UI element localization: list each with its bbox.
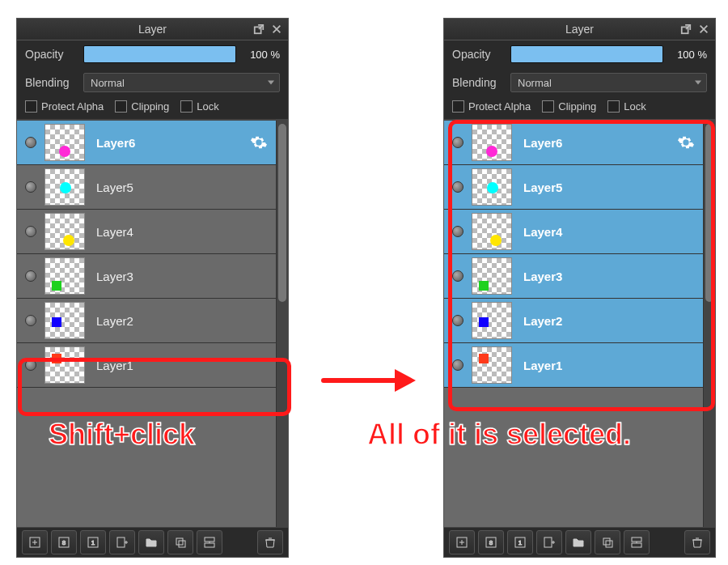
layer-item[interactable]: Layer1 xyxy=(17,343,276,388)
visibility-toggle[interactable] xyxy=(25,315,36,326)
opacity-slider[interactable] xyxy=(83,45,236,63)
svg-rect-6 xyxy=(117,537,125,547)
clipping-checkbox[interactable]: Clipping xyxy=(542,100,596,113)
layer-name: Layer6 xyxy=(96,136,135,150)
scrollbar[interactable] xyxy=(276,121,288,527)
svg-rect-21 xyxy=(632,543,641,547)
protect-alpha-checkbox[interactable]: Protect Alpha xyxy=(452,100,531,113)
delete-button[interactable] xyxy=(257,530,283,554)
lock-label: Lock xyxy=(197,100,218,113)
layer-item[interactable]: Layer4 xyxy=(17,210,276,254)
panel-titlebar: Layer xyxy=(17,19,288,40)
visibility-toggle[interactable] xyxy=(25,226,36,237)
visibility-toggle[interactable] xyxy=(25,181,36,193)
visibility-toggle[interactable] xyxy=(25,270,36,282)
popout-icon[interactable] xyxy=(679,23,692,36)
lock-checkbox[interactable]: Lock xyxy=(607,100,645,113)
protect-alpha-checkbox[interactable]: Protect Alpha xyxy=(25,100,104,113)
visibility-toggle[interactable] xyxy=(452,359,463,371)
blending-select[interactable]: Normal xyxy=(510,73,707,92)
gear-icon[interactable] xyxy=(250,134,268,151)
duplicate-button[interactable] xyxy=(167,530,193,554)
new-layer-1bit-button[interactable]: 1 xyxy=(80,530,106,554)
layer-name: Layer2 xyxy=(523,314,562,328)
layer-name: Layer5 xyxy=(96,181,133,194)
layer-thumbnail xyxy=(44,213,85,250)
new-layer-button[interactable] xyxy=(22,530,48,554)
merge-button[interactable] xyxy=(197,530,222,554)
add-special-button[interactable] xyxy=(536,530,562,554)
layer-item[interactable]: Layer6 xyxy=(444,121,703,165)
clipping-label: Clipping xyxy=(558,100,596,113)
layer-name: Layer3 xyxy=(96,270,133,283)
close-icon[interactable] xyxy=(270,23,283,36)
layer-name: Layer4 xyxy=(523,225,562,239)
layer-item[interactable]: Layer4 xyxy=(444,210,703,254)
panel-title: Layer xyxy=(138,23,167,36)
visibility-toggle[interactable] xyxy=(452,226,463,237)
lock-checkbox[interactable]: Lock xyxy=(180,100,218,113)
new-layer-8bit-button[interactable]: 8 xyxy=(478,530,504,554)
blending-label: Blending xyxy=(25,76,75,89)
clipping-checkbox[interactable]: Clipping xyxy=(115,100,169,113)
blending-select[interactable]: Normal xyxy=(83,73,280,92)
layers-area: Layer6Layer5Layer4Layer3Layer2Layer1 xyxy=(444,120,715,528)
layer-item[interactable]: Layer1 xyxy=(444,343,703,388)
layer-item[interactable]: Layer5 xyxy=(17,165,276,210)
scrollbar[interactable] xyxy=(703,121,715,527)
layer-thumbnail xyxy=(472,302,512,339)
merge-button[interactable] xyxy=(624,530,650,554)
layer-item[interactable]: Layer2 xyxy=(444,299,703,343)
folder-button[interactable] xyxy=(565,530,591,554)
layer-item[interactable]: Layer3 xyxy=(444,254,703,299)
opacity-label: Opacity xyxy=(25,48,75,61)
layer-name: Layer2 xyxy=(96,314,133,328)
new-layer-button[interactable] xyxy=(449,530,475,554)
annotation-shift-click: Shift+click xyxy=(49,418,195,452)
visibility-toggle[interactable] xyxy=(25,137,36,148)
layer-name: Layer1 xyxy=(523,359,562,372)
layer-thumbnail xyxy=(472,346,512,384)
layer-thumbnail xyxy=(44,124,85,161)
protect-alpha-label: Protect Alpha xyxy=(41,100,104,113)
svg-rect-18 xyxy=(603,538,610,545)
clipping-label: Clipping xyxy=(131,100,169,113)
new-layer-8bit-button[interactable]: 8 xyxy=(51,530,77,554)
annotation-all-selected: All of it is selected. xyxy=(367,418,631,452)
new-layer-1bit-button[interactable]: 1 xyxy=(507,530,533,554)
popout-icon[interactable] xyxy=(252,23,265,36)
layer-thumbnail xyxy=(472,168,512,206)
panel-titlebar: Layer xyxy=(444,19,715,40)
layer-item[interactable]: Layer5 xyxy=(444,165,703,210)
visibility-toggle[interactable] xyxy=(452,137,463,148)
delete-button[interactable] xyxy=(684,530,710,554)
svg-rect-20 xyxy=(632,537,641,542)
svg-rect-9 xyxy=(205,537,214,542)
blending-label: Blending xyxy=(452,76,502,89)
layer-thumbnail xyxy=(472,213,512,250)
svg-text:8: 8 xyxy=(62,539,66,546)
layer-item[interactable]: Layer6 xyxy=(17,121,276,165)
visibility-toggle[interactable] xyxy=(452,315,463,326)
folder-button[interactable] xyxy=(138,530,164,554)
lock-label: Lock xyxy=(624,100,645,113)
layer-name: Layer3 xyxy=(523,270,562,283)
add-special-button[interactable] xyxy=(109,530,135,554)
visibility-toggle[interactable] xyxy=(452,181,463,193)
layer-thumbnail xyxy=(472,257,512,295)
close-icon[interactable] xyxy=(697,23,710,36)
svg-rect-19 xyxy=(606,541,612,547)
opacity-slider[interactable] xyxy=(510,45,663,63)
layer-name: Layer4 xyxy=(96,225,133,239)
layer-toolbar: 81 xyxy=(444,528,715,557)
duplicate-button[interactable] xyxy=(595,530,620,554)
layer-item[interactable]: Layer2 xyxy=(17,299,276,343)
gear-icon[interactable] xyxy=(677,134,695,151)
visibility-toggle[interactable] xyxy=(25,359,36,371)
layer-thumbnail xyxy=(44,257,85,295)
visibility-toggle[interactable] xyxy=(452,270,463,282)
layer-thumbnail xyxy=(472,124,512,161)
layer-item[interactable]: Layer3 xyxy=(17,254,276,299)
layers-area: Layer6Layer5Layer4Layer3Layer2Layer1 xyxy=(17,120,288,528)
layer-toolbar: 81 xyxy=(17,528,288,557)
